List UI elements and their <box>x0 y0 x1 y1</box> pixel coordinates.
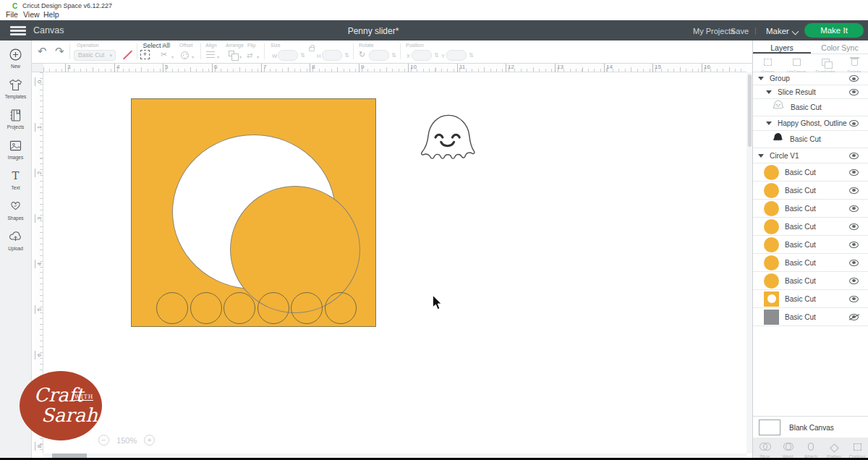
visibility-eye-icon[interactable] <box>849 120 859 127</box>
height-stepper[interactable]: ⇅ <box>344 52 349 59</box>
attach-button[interactable]: Attach <box>799 438 822 460</box>
undo-icon[interactable]: ↶ <box>38 45 47 58</box>
layer-row-hidden-square-cut[interactable]: Basic Cut <box>753 308 868 326</box>
width-field[interactable] <box>278 50 298 61</box>
menu-file[interactable]: File <box>6 10 18 19</box>
layer-row-square-hole-cut[interactable]: Basic Cut <box>753 290 868 308</box>
layer-row-group[interactable]: Group <box>753 72 868 85</box>
width-label: W <box>272 53 277 59</box>
zoom-in-button[interactable]: + <box>144 435 155 446</box>
layer-row-circle-cut[interactable]: Basic Cut <box>753 218 868 236</box>
y-field[interactable] <box>446 50 467 61</box>
menu-view[interactable]: View <box>23 10 40 19</box>
penny-circle-6[interactable] <box>325 292 357 324</box>
flip-icon[interactable]: ⇄ <box>247 51 252 59</box>
collapse-caret-icon[interactable] <box>766 122 772 125</box>
penny-circle-4[interactable] <box>258 292 289 324</box>
visibility-eye-icon[interactable] <box>849 89 859 95</box>
width-stepper[interactable]: ⇅ <box>300 52 305 59</box>
collapse-caret-icon[interactable] <box>766 90 772 94</box>
canvas-vertical-scrollbar[interactable] <box>746 72 752 453</box>
redo-icon[interactable]: ↷ <box>55 45 64 58</box>
collapse-caret-icon[interactable] <box>758 154 764 158</box>
rotate-stepper[interactable]: ⇅ <box>391 52 396 59</box>
zoom-out-button[interactable]: − <box>98 435 109 446</box>
layer-row-slice-result[interactable]: Slice Result <box>753 85 868 99</box>
x-stepper[interactable]: ⇅ <box>434 52 439 59</box>
offset-icon[interactable] <box>181 51 189 59</box>
visibility-eye-icon[interactable] <box>849 223 859 230</box>
penny-circle-5[interactable] <box>291 292 323 324</box>
sidebar-item-new[interactable]: New <box>0 47 32 69</box>
visibility-eye-icon[interactable] <box>849 242 859 248</box>
tab-color-sync[interactable]: Color Sync <box>811 41 868 54</box>
sidebar-item-templates[interactable]: Templates <box>0 77 32 99</box>
visibility-eye-icon[interactable] <box>849 169 859 176</box>
group-button[interactable]: Group <box>753 54 782 72</box>
project-title[interactable]: Penny slider* <box>348 26 399 36</box>
visibility-eye-icon[interactable] <box>849 260 859 266</box>
layer-row-circle-v1[interactable]: Circle V1 <box>753 148 868 163</box>
duplicate-icon <box>822 59 830 66</box>
tab-layers[interactable]: Layers <box>753 41 811 54</box>
slice-button[interactable]: Slice <box>753 438 776 460</box>
layer-row-ghost-cut[interactable]: Basic Cut <box>753 99 868 116</box>
layer-row-circle-cut[interactable]: Basic Cut <box>753 163 868 182</box>
machine-selector[interactable]: Maker <box>766 27 789 35</box>
layer-row-circle-cut[interactable]: Basic Cut <box>753 254 868 272</box>
layer-row-circle-cut[interactable]: Basic Cut <box>753 236 868 254</box>
pen-color-icon[interactable] <box>123 50 132 59</box>
canvas-background-row[interactable]: Blank Canvas <box>753 416 868 438</box>
lock-icon[interactable] <box>309 47 315 51</box>
flatten-button[interactable]: Flatten <box>822 438 846 460</box>
height-field[interactable] <box>322 50 342 61</box>
save-link[interactable]: Save <box>731 27 749 35</box>
menu-help[interactable]: Help <box>43 10 59 19</box>
contour-button[interactable]: Contour <box>846 438 868 460</box>
visibility-eye-icon[interactable] <box>849 75 859 82</box>
sidebar-item-images[interactable]: Images <box>0 138 32 160</box>
penny-circle-3[interactable] <box>224 292 255 324</box>
ungroup-button[interactable]: UnGroup <box>782 54 811 72</box>
happy-ghost-shape[interactable] <box>415 111 482 176</box>
rotate-icon[interactable]: ↻ <box>359 50 365 59</box>
weld-button[interactable]: Weld <box>776 438 799 460</box>
layer-row-ghost-solid-cut[interactable]: Basic Cut <box>753 131 868 148</box>
align-icon[interactable] <box>206 51 215 59</box>
mouse-cursor <box>432 294 443 311</box>
white-ring-shape[interactable] <box>172 135 336 289</box>
rotate-field[interactable] <box>369 50 389 61</box>
hamburger-menu-icon[interactable] <box>10 26 26 35</box>
orange-square-shape[interactable] <box>131 98 376 327</box>
visibility-hidden-eye-icon[interactable] <box>849 314 859 320</box>
my-projects-link[interactable]: My Projects <box>693 27 734 35</box>
duplicate-button[interactable]: Duplicate <box>811 54 840 72</box>
penny-circle-2[interactable] <box>190 292 222 324</box>
sidebar-item-text[interactable]: T Text <box>0 169 32 190</box>
sidebar-item-projects[interactable]: Projects <box>0 108 32 129</box>
visibility-eye-icon[interactable] <box>849 153 859 159</box>
delete-button[interactable]: Delete <box>840 54 868 72</box>
scissors-icon[interactable]: ✂ <box>161 50 167 59</box>
layer-row-circle-cut[interactable]: Basic Cut <box>753 182 868 200</box>
visibility-eye-icon[interactable] <box>849 296 859 302</box>
layer-row-circle-cut[interactable]: Basic Cut <box>753 272 868 290</box>
x-field[interactable] <box>412 50 432 61</box>
make-it-button[interactable]: Make It <box>804 23 864 38</box>
select-all-icon[interactable]: + <box>140 50 150 59</box>
operation-dropdown[interactable]: Basic Cut ▾ <box>74 50 116 61</box>
penny-circle-1[interactable] <box>156 292 188 324</box>
visibility-eye-icon[interactable] <box>849 187 859 194</box>
canvas-color-swatch[interactable] <box>759 419 780 435</box>
collapse-caret-icon[interactable] <box>758 77 764 80</box>
y-stepper[interactable]: ⇅ <box>469 52 474 59</box>
visibility-eye-icon[interactable] <box>849 278 859 284</box>
layer-row-happy-ghost-outline[interactable]: Happy Ghost, Outline <box>753 116 868 131</box>
sidebar-item-shapes[interactable]: Shapes <box>0 199 32 221</box>
arrange-icon[interactable] <box>229 51 234 56</box>
chevron-down-icon[interactable] <box>792 28 799 35</box>
design-canvas[interactable]: 3 4 5 6 7 8 9 10 11 12 13 14 15 16 0 1 2… <box>32 64 752 460</box>
sidebar-item-upload[interactable]: Upload <box>0 229 32 251</box>
layer-row-circle-cut[interactable]: Basic Cut <box>753 200 868 218</box>
visibility-eye-icon[interactable] <box>849 205 859 212</box>
